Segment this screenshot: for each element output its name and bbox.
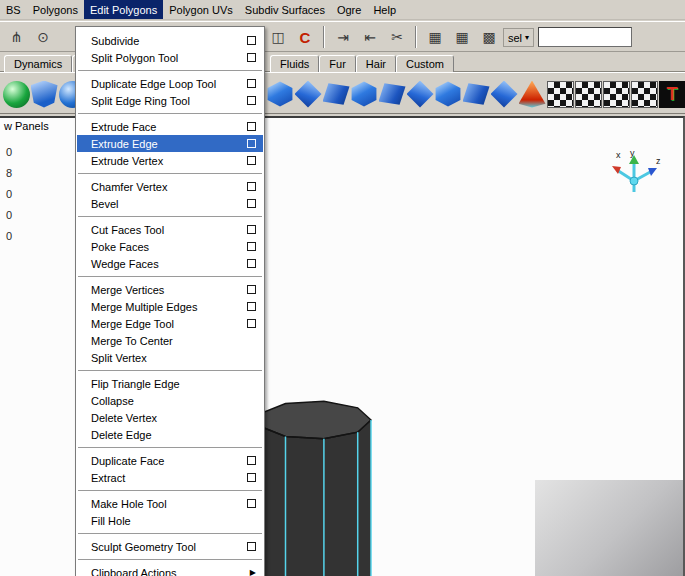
menu-item-extrude-edge[interactable]: Extrude Edge (77, 135, 263, 152)
menu-item-flip-triangle-edge[interactable]: Flip Triangle Edge (77, 375, 263, 392)
option-box-icon[interactable] (247, 79, 256, 88)
polygon-tool-icon[interactable] (295, 81, 322, 108)
checker-flag-icon[interactable] (575, 81, 602, 108)
menu-item-delete-edge[interactable]: Delete Edge (77, 426, 263, 443)
menu-polygons[interactable]: Polygons (27, 0, 84, 19)
construction-history-icon[interactable]: C (293, 25, 317, 49)
menu-item-delete-vertex[interactable]: Delete Vertex (77, 409, 263, 426)
polygon-tool-icon[interactable] (351, 81, 378, 108)
menu-subdiv-surfaces[interactable]: Subdiv Surfaces (239, 0, 331, 19)
tab-dynamics[interactable]: Dynamics (4, 55, 72, 72)
polygon-tool-icon[interactable] (491, 81, 518, 108)
menu-bs[interactable]: BS (0, 0, 27, 19)
texture-t-icon[interactable]: T (659, 81, 685, 108)
option-box-icon[interactable] (247, 122, 256, 131)
menu-item-poke-faces[interactable]: Poke Faces (77, 238, 263, 255)
hud-value: 0 (6, 209, 12, 221)
cut-keys-icon[interactable]: ✂ (385, 25, 409, 49)
menu-item-merge-edge-tool[interactable]: Merge Edge Tool (77, 315, 263, 332)
menu-item-wedge-faces[interactable]: Wedge Faces (77, 255, 263, 272)
menu-item-bevel[interactable]: Bevel (77, 195, 263, 212)
shelf-slot (294, 78, 322, 110)
polygon-tool-icon[interactable] (323, 81, 350, 108)
option-box-icon[interactable] (247, 199, 256, 208)
menu-item-label: Delete Edge (91, 429, 256, 441)
tab-hair[interactable]: Hair (356, 55, 396, 72)
polygon-tool-icon[interactable] (267, 81, 294, 108)
menu-item-extract[interactable]: Extract (77, 469, 263, 486)
step-forward-icon[interactable]: ⇥ (331, 25, 355, 49)
menu-separator (78, 370, 262, 371)
menu-item-split-edge-ring-tool[interactable]: Split Edge Ring Tool (77, 92, 263, 109)
menu-item-merge-multiple-edges[interactable]: Merge Multiple Edges (77, 298, 263, 315)
polygon-tool-icon[interactable] (407, 81, 434, 108)
menu-ogre[interactable]: Ogre (331, 0, 367, 19)
input-history-icon[interactable]: ◫ (266, 25, 290, 49)
menu-separator (78, 113, 262, 114)
option-box-icon[interactable] (247, 242, 256, 251)
menu-polygon-uvs[interactable]: Polygon UVs (163, 0, 239, 19)
menu-item-split-polygon-tool[interactable]: Split Polygon Tool (77, 49, 263, 66)
render-globals-icon[interactable]: ▩ (477, 25, 501, 49)
menu-edit-polygons[interactable]: Edit Polygons (84, 0, 163, 19)
checker-flag-icon[interactable] (631, 81, 658, 108)
shelf-slot: T (658, 78, 685, 110)
option-box-icon[interactable] (247, 225, 256, 234)
cone-tool-icon[interactable] (519, 81, 546, 108)
polygon-tool-icon[interactable] (435, 81, 462, 108)
tab-label: Hair (366, 58, 386, 70)
polygon-tool-icon[interactable] (463, 81, 490, 108)
option-box-icon[interactable] (247, 96, 256, 105)
menu-item-extrude-vertex[interactable]: Extrude Vertex (77, 152, 263, 169)
tab-label: Custom (406, 58, 444, 70)
option-box-icon[interactable] (247, 182, 256, 191)
menu-item-duplicate-edge-loop-tool[interactable]: Duplicate Edge Loop Tool (77, 75, 263, 92)
tab-fur[interactable]: Fur (319, 55, 356, 72)
shield-icon[interactable] (31, 81, 58, 108)
menu-help[interactable]: Help (367, 0, 402, 19)
menu-item-split-vertex[interactable]: Split Vertex (77, 349, 263, 366)
option-box-icon[interactable] (247, 319, 256, 328)
menu-item-clipboard-actions[interactable]: Clipboard Actions▶ (77, 564, 263, 576)
option-box-icon[interactable] (247, 156, 256, 165)
menu-item-fill-hole[interactable]: Fill Hole (77, 512, 263, 529)
shelf-slot (266, 78, 294, 110)
menu-item-duplicate-face[interactable]: Duplicate Face (77, 452, 263, 469)
sphere-material-icon[interactable] (3, 81, 30, 108)
selection-mode-dropdown[interactable]: sel ▾ (503, 28, 534, 47)
polygon-tool-icon[interactable] (379, 81, 406, 108)
ipr-render-icon[interactable]: ▦ (450, 25, 474, 49)
menu-item-subdivide[interactable]: Subdivide (77, 32, 263, 49)
checker-flag-icon[interactable] (603, 81, 630, 108)
menu-item-collapse[interactable]: Collapse (77, 392, 263, 409)
menu-item-label: Duplicate Edge Loop Tool (91, 78, 239, 90)
snap-to-point-icon[interactable]: ⊙ (31, 25, 55, 49)
checker-flag-icon[interactable] (547, 81, 574, 108)
polygon-cylinder-mesh[interactable] (252, 394, 380, 576)
menu-separator (78, 490, 262, 491)
selection-mask-icon[interactable]: ⋔ (4, 25, 28, 49)
option-box-icon[interactable] (247, 499, 256, 508)
step-back-icon[interactable]: ⇤ (358, 25, 382, 49)
option-box-icon[interactable] (247, 473, 256, 482)
tab-fluids[interactable]: Fluids (270, 55, 319, 72)
menu-item-cut-faces-tool[interactable]: Cut Faces Tool (77, 221, 263, 238)
menu-item-merge-to-center[interactable]: Merge To Center (77, 332, 263, 349)
option-box-icon[interactable] (247, 285, 256, 294)
option-box-icon[interactable] (247, 259, 256, 268)
option-box-icon[interactable] (247, 302, 256, 311)
render-frame-icon[interactable]: ▦ (423, 25, 447, 49)
menu-item-make-hole-tool[interactable]: Make Hole Tool (77, 495, 263, 512)
quick-entry-field[interactable] (538, 27, 632, 47)
option-box-icon[interactable] (247, 36, 256, 45)
option-box-icon[interactable] (247, 456, 256, 465)
option-box-icon[interactable] (247, 542, 256, 551)
menu-item-chamfer-vertex[interactable]: Chamfer Vertex (77, 178, 263, 195)
option-box-icon[interactable] (247, 139, 256, 148)
menu-item-sculpt-geometry-tool[interactable]: Sculpt Geometry Tool (77, 538, 263, 555)
viewport-panels-menu[interactable]: w Panels (4, 120, 49, 132)
option-box-icon[interactable] (247, 53, 256, 62)
menu-item-merge-vertices[interactable]: Merge Vertices (77, 281, 263, 298)
tab-custom[interactable]: Custom (396, 55, 454, 72)
menu-item-extrude-face[interactable]: Extrude Face (77, 118, 263, 135)
